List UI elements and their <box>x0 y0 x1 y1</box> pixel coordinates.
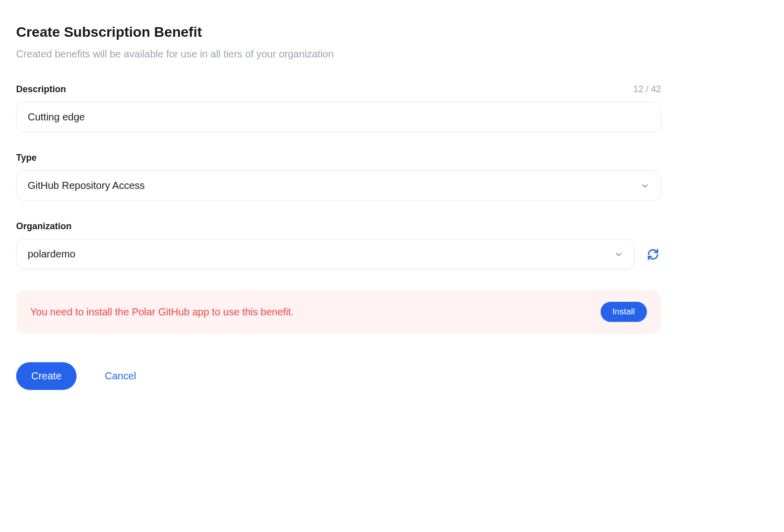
page-subtitle: Created benefits will be available for u… <box>16 48 661 60</box>
refresh-button[interactable] <box>645 246 661 262</box>
organization-select[interactable]: polardemo <box>16 239 635 270</box>
create-button[interactable]: Create <box>16 362 77 390</box>
cancel-button[interactable]: Cancel <box>105 370 136 382</box>
organization-label: Organization <box>16 221 72 232</box>
chevron-down-icon <box>640 181 649 190</box>
action-buttons: Create Cancel <box>16 362 661 390</box>
type-field-group: Type GitHub Repository Access <box>16 153 661 201</box>
page-title: Create Subscription Benefit <box>16 24 661 40</box>
chevron-down-icon <box>614 250 623 259</box>
description-char-count: 12 / 42 <box>633 84 661 95</box>
alert-message: You need to install the Polar GitHub app… <box>30 306 294 318</box>
type-label: Type <box>16 153 37 163</box>
type-selected-value: GitHub Repository Access <box>28 180 145 191</box>
type-select[interactable]: GitHub Repository Access <box>16 170 661 201</box>
refresh-icon <box>647 248 659 260</box>
description-input[interactable] <box>16 102 661 132</box>
description-label: Description <box>16 84 66 95</box>
organization-selected-value: polardemo <box>28 248 76 260</box>
install-button[interactable]: Install <box>601 302 647 322</box>
install-alert: You need to install the Polar GitHub app… <box>16 290 661 334</box>
description-field-group: Description 12 / 42 <box>16 84 661 132</box>
organization-field-group: Organization polardemo <box>16 221 661 270</box>
